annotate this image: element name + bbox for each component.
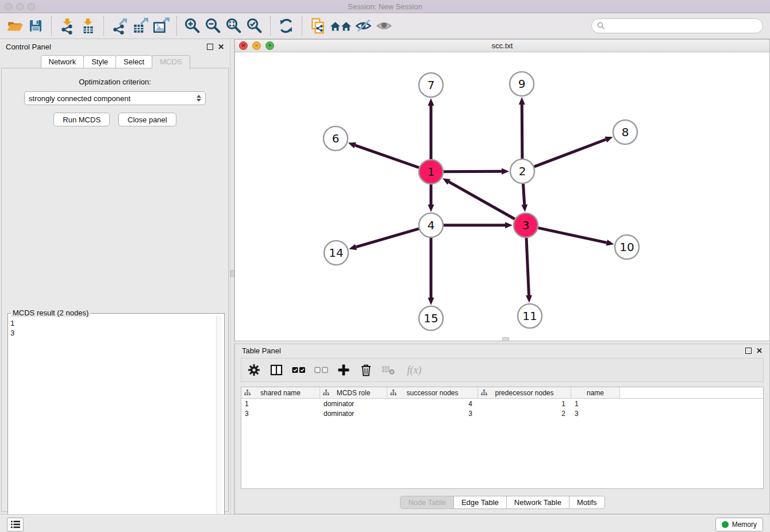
network-canvas[interactable]: 7968124314101511 (235, 52, 769, 341)
column-header-name[interactable]: name (571, 387, 620, 398)
table-cell[interactable]: 3 (241, 410, 320, 418)
export-image-button[interactable] (151, 16, 171, 36)
table-cell[interactable]: 4 (387, 400, 478, 408)
tab-node-table[interactable]: Node Table (400, 496, 454, 509)
add-column-button[interactable] (337, 363, 351, 377)
function-builder-button[interactable]: f(x) (404, 363, 425, 377)
table-toolbar: f(x) (241, 358, 764, 382)
zoom-fit-button[interactable] (224, 16, 244, 36)
delete-table-button[interactable] (382, 363, 395, 377)
import-network-button[interactable] (57, 16, 77, 36)
graph-edge-2-9[interactable] (522, 105, 522, 159)
tab-motifs[interactable]: Motifs (569, 496, 605, 509)
column-header-label: predecessor nodes (495, 389, 553, 397)
close-panel-icon[interactable]: ✕ (218, 43, 224, 51)
graph-edge-4-14[interactable] (356, 229, 419, 247)
first-neighbors-button[interactable] (329, 16, 353, 36)
network-window-titlebar[interactable]: ✕ − + scc.txt (235, 40, 769, 52)
column-tree-icon (323, 390, 329, 396)
result-scrollbar[interactable] (216, 316, 222, 531)
export-network-button[interactable] (110, 16, 129, 36)
zoom-in-icon (184, 17, 201, 34)
deselect-all-checkboxes-button[interactable] (314, 363, 328, 377)
tab-network-table[interactable]: Network Table (506, 496, 569, 509)
table-cell[interactable]: 1 (478, 400, 571, 408)
panel-splitter[interactable] (230, 39, 234, 514)
graph-edge-3-10[interactable] (538, 228, 607, 243)
column-header-shared-name[interactable]: shared name (241, 387, 320, 398)
column-tree-icon (244, 390, 251, 396)
network-window-title: scc.txt (235, 41, 769, 50)
table-row[interactable]: 1dominator411 (241, 399, 763, 408)
table-cell[interactable]: 3 (387, 410, 478, 418)
zoom-out-button[interactable] (203, 16, 223, 36)
mcds-result-list[interactable]: 13 (10, 316, 217, 531)
zoom-in-button[interactable] (183, 16, 202, 36)
float-panel-icon[interactable] (745, 348, 752, 354)
column-header-predecessor-nodes[interactable]: predecessor nodes (478, 387, 571, 398)
graph-node-label: 8 (622, 125, 629, 139)
run-mcds-button[interactable]: Run MCDS (53, 113, 110, 126)
graph-node-label: 11 (522, 309, 537, 323)
search-input[interactable] (609, 21, 763, 31)
export-image-icon (152, 17, 170, 34)
zoom-selected-button[interactable] (245, 16, 264, 36)
tab-network[interactable]: Network (41, 55, 84, 68)
graph-edge-3-11[interactable] (526, 238, 529, 295)
table-row[interactable]: 3dominator323 (241, 408, 763, 418)
show-all-button[interactable] (375, 16, 394, 36)
graph-edge-3-1[interactable] (449, 182, 514, 219)
tab-style[interactable]: Style (83, 55, 116, 68)
table-cell[interactable]: 2 (478, 410, 571, 418)
edge-arrowhead-icon (521, 205, 528, 212)
close-panel-icon[interactable]: ✕ (756, 347, 763, 354)
table-cell[interactable]: 3 (571, 410, 620, 418)
table-column-panel-button[interactable] (270, 363, 283, 377)
save-session-button[interactable] (26, 16, 45, 36)
task-history-button[interactable] (7, 518, 24, 531)
column-tree-icon (481, 390, 487, 396)
table-cell[interactable]: dominator (320, 400, 387, 408)
apply-layout-button[interactable] (276, 16, 296, 36)
import-network-icon (59, 17, 76, 34)
graph-node-label: 9 (518, 77, 526, 91)
tab-mcds[interactable]: MCDS (152, 55, 190, 69)
table-gear-button[interactable] (247, 363, 261, 377)
memory-button[interactable]: Memory (715, 518, 763, 531)
checked-boxes-icon (292, 366, 306, 374)
graph-edge-1-2[interactable] (444, 171, 502, 172)
delete-column-button[interactable] (359, 363, 373, 377)
hide-selected-button[interactable] (354, 16, 374, 36)
open-session-button[interactable] (5, 16, 25, 36)
graph-edge-2-8[interactable] (534, 140, 606, 167)
criterion-select[interactable]: strongly connected component (24, 91, 206, 105)
table-cell[interactable]: 1 (241, 400, 320, 408)
zoom-fit-icon (225, 17, 242, 34)
tab-select[interactable]: Select (116, 55, 152, 68)
new-network-from-selection-button[interactable] (308, 16, 328, 36)
column-header-MCDS-role[interactable]: MCDS role (320, 387, 387, 398)
toolbar-separator (302, 16, 302, 36)
graph-edge-1-6[interactable] (355, 145, 419, 168)
gear-icon (248, 364, 260, 376)
table-cell[interactable]: 1 (571, 400, 620, 408)
search-field[interactable] (591, 18, 763, 33)
graph-edge-2-3[interactable] (523, 184, 524, 205)
select-all-checkboxes-button[interactable] (292, 363, 306, 377)
import-table-button[interactable] (78, 16, 98, 36)
column-header-successor-nodes[interactable]: successor nodes (387, 387, 478, 398)
column-header-label: MCDS role (337, 389, 371, 397)
horizontal-splitter-handle[interactable] (502, 337, 509, 341)
column-header-label: successor nodes (406, 389, 458, 397)
export-table-button[interactable] (130, 16, 150, 36)
close-panel-button[interactable]: Close panel (118, 113, 176, 126)
splitter-handle-icon[interactable] (230, 270, 234, 277)
edge-arrowhead-icon (428, 298, 434, 305)
status-bar: Memory (0, 514, 770, 532)
tab-edge-table[interactable]: Edge Table (453, 496, 507, 509)
edge-arrowhead-icon (428, 205, 434, 212)
float-panel-icon[interactable] (207, 44, 213, 50)
network-graph[interactable]: 7968124314101511 (235, 52, 769, 341)
table-cell[interactable]: dominator (320, 410, 387, 418)
mcds-result-fieldset: MCDS result (2 nodes) 13 (7, 313, 225, 532)
